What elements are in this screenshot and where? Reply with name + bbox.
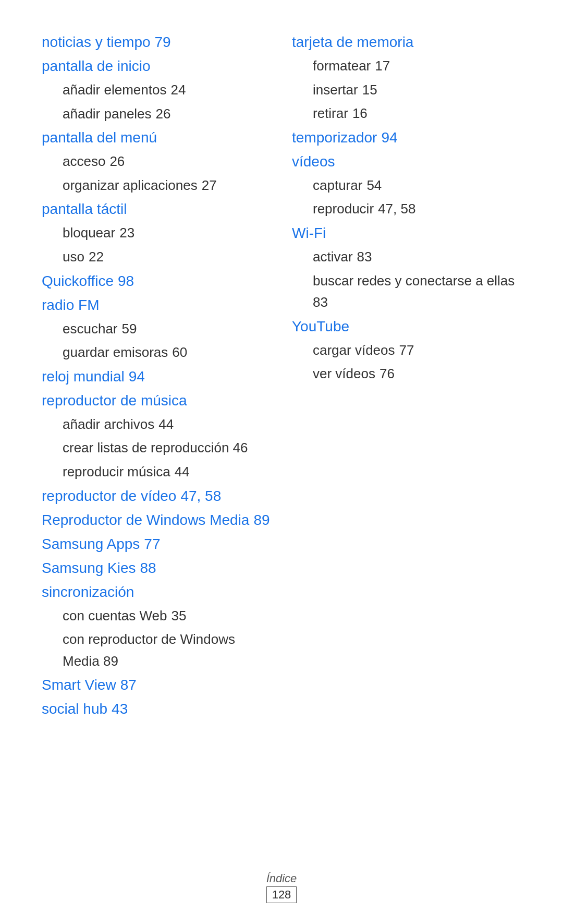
index-sub: retirar16	[292, 103, 521, 125]
index-heading-entry: Reproductor de Windows Media 89	[42, 509, 271, 531]
index-heading: reloj mundial94	[42, 366, 271, 388]
heading-page: 47, 58	[180, 485, 221, 507]
sub-label: activar	[313, 246, 353, 268]
index-heading-entry: pantalla del menú	[42, 127, 271, 149]
index-sub-entry: ver vídeos76	[292, 363, 521, 385]
index-heading-entry: tarjeta de memoria	[292, 31, 521, 53]
heading-page: 98	[118, 270, 134, 292]
index-heading: pantalla del menú	[42, 127, 271, 149]
index-sub-entry: buscar redes y conectarse a ellas 83	[292, 270, 521, 314]
index-heading-entry: Smart View87	[42, 674, 271, 696]
heading-page: 87	[120, 674, 137, 696]
index-sub: reproducir música44	[42, 461, 271, 483]
heading-label: sincronización	[42, 581, 134, 603]
heading-label: pantalla táctil	[42, 198, 127, 220]
index-sub: acceso26	[42, 151, 271, 173]
index-heading-entry: reproductor de música	[42, 390, 271, 412]
index-sub-entry: capturar54	[292, 175, 521, 197]
index-heading: Samsung Kies88	[42, 557, 271, 579]
index-heading: pantalla de inicio	[42, 55, 271, 77]
index-sub: activar83	[292, 246, 521, 268]
index-sub-entry: guardar emisoras60	[42, 342, 271, 364]
index-heading: Quickoffice98	[42, 270, 271, 292]
index-sub: ver vídeos76	[292, 363, 521, 385]
index-heading-entry: radio FM	[42, 294, 271, 316]
index-sub-multiline: con reproductor de Windows Media 89	[42, 629, 271, 672]
heading-label: reproductor de vídeo	[42, 485, 176, 507]
index-heading-entry: temporizador94	[292, 127, 521, 149]
heading-label: YouTube	[292, 316, 349, 338]
index-heading: Smart View87	[42, 674, 271, 696]
sub-page: 44	[175, 461, 190, 483]
index-heading-entry: Samsung Kies88	[42, 557, 271, 579]
heading-page: 89	[253, 509, 270, 531]
index-sub: añadir paneles26	[42, 103, 271, 125]
sub-label: con cuentas Web	[63, 605, 167, 627]
sub-page: 26	[109, 151, 125, 173]
index-sub: organizar aplicaciones27	[42, 175, 271, 197]
index-sub: reproducir47, 58	[292, 198, 521, 220]
index-heading-entry: reloj mundial94	[42, 366, 271, 388]
index-heading-entry: social hub43	[42, 698, 271, 720]
index-sub: capturar54	[292, 175, 521, 197]
index-heading-entry: Samsung Apps77	[42, 533, 271, 555]
index-sub-entry: añadir elementos24	[42, 79, 271, 101]
index-heading-entry: pantalla de inicio	[42, 55, 271, 77]
index-heading: sincronización	[42, 581, 271, 603]
index-sub: añadir archivos44	[42, 414, 271, 436]
footer: Índice 128	[0, 872, 563, 903]
sub-page: 17	[375, 55, 390, 77]
sub-page: 35	[171, 605, 186, 627]
index-sub-entry: añadir archivos44	[42, 414, 271, 436]
index-sub: escuchar59	[42, 318, 271, 340]
index-sub: uso22	[42, 246, 271, 268]
sub-page: 16	[352, 103, 368, 125]
sub-label: retirar	[313, 103, 348, 125]
index-sub-entry: con cuentas Web35	[42, 605, 271, 627]
right-column: tarjeta de memoriaformatear17insertar15r…	[292, 31, 521, 722]
sub-page: 23	[119, 222, 134, 244]
heading-label: noticias y tiempo	[42, 31, 151, 53]
index-heading: YouTube	[292, 316, 521, 338]
sub-label: reproducir	[313, 198, 374, 220]
sub-label: acceso	[63, 151, 105, 173]
index-sub: con cuentas Web35	[42, 605, 271, 627]
index-sub: insertar15	[292, 79, 521, 101]
heading-label: reloj mundial	[42, 366, 125, 388]
sub-label: añadir paneles	[63, 103, 152, 125]
sub-label: formatear	[313, 55, 371, 77]
heading-label: tarjeta de memoria	[292, 31, 413, 53]
sub-label: añadir elementos	[63, 79, 166, 101]
index-sub-entry: cargar vídeos77	[292, 340, 521, 362]
index-sub-entry: acceso26	[42, 151, 271, 173]
sub-page: 26	[156, 103, 171, 125]
sub-label: añadir archivos	[63, 414, 154, 436]
index-heading: radio FM	[42, 294, 271, 316]
sub-page: 47, 58	[378, 198, 415, 220]
heading-page: 88	[140, 557, 156, 579]
sub-label: bloquear	[63, 222, 115, 244]
index-heading: noticias y tiempo79	[42, 31, 271, 53]
sub-label: guardar emisoras	[63, 342, 168, 364]
heading-label: reproductor de música	[42, 390, 187, 412]
index-heading-entry: Wi-Fi	[292, 222, 521, 244]
sub-page: 15	[362, 79, 377, 101]
index-sub: guardar emisoras60	[42, 342, 271, 364]
heading-label: radio FM	[42, 294, 99, 316]
heading-label: Samsung Kies	[42, 557, 136, 579]
footer-pagenum: 128	[266, 886, 297, 903]
heading-label: Wi-Fi	[292, 222, 326, 244]
index-heading-entry: pantalla táctil	[42, 198, 271, 220]
index-heading-entry: reproductor de vídeo 47, 58	[42, 485, 271, 507]
sub-page: 76	[380, 363, 395, 385]
index-heading: reproductor de vídeo 47, 58	[42, 485, 271, 507]
index-sub-entry: insertar15	[292, 79, 521, 101]
sub-label: organizar aplicaciones	[63, 175, 198, 197]
index-heading: pantalla táctil	[42, 198, 271, 220]
sub-label: reproducir música	[63, 461, 170, 483]
index-heading: vídeos	[292, 151, 521, 173]
index-heading: reproductor de música	[42, 390, 271, 412]
index-sub-entry: reproducir47, 58	[292, 198, 521, 220]
heading-page: 43	[112, 698, 128, 720]
heading-label: pantalla del menú	[42, 127, 157, 149]
